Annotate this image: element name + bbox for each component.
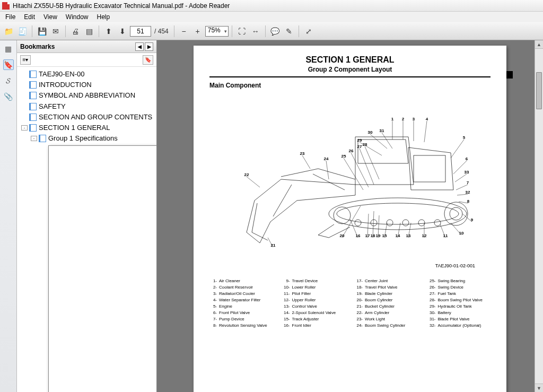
svg-point-10: [418, 220, 425, 226]
legend-text: Control Valve: [292, 303, 317, 310]
menu-view[interactable]: View: [39, 12, 62, 22]
page-heading: Main Component: [209, 82, 491, 89]
page-thumbnails-icon[interactable]: ▤: [83, 25, 95, 38]
pdf-icon: [2, 2, 10, 10]
fit-width-icon[interactable]: ↔: [249, 25, 262, 38]
svg-text:6: 6: [466, 156, 468, 161]
legend-row: 3-Radiator/Oil Cooler: [209, 291, 272, 297]
legend-num: 21-: [355, 303, 365, 310]
scroll-down-icon[interactable]: ▼: [535, 384, 543, 392]
menu-edit[interactable]: Edit: [20, 12, 39, 22]
highlight-icon[interactable]: ✎: [283, 25, 295, 38]
legend-row: 22-Arm Cylinder: [355, 310, 418, 316]
save-icon[interactable]: 💾: [36, 25, 48, 38]
bookmark-item[interactable]: TAEJ90-EN-00: [18, 69, 155, 80]
svg-text:20: 20: [340, 233, 345, 238]
diagram-id: TAEJ90-01-02-001: [435, 263, 475, 268]
bookmark-item[interactable]: Std. Specification: [18, 144, 155, 392]
bookmark-folder-icon: [29, 92, 37, 99]
legend-num: 26-: [428, 284, 438, 291]
bookmark-item[interactable]: INTRODUCTION: [18, 80, 155, 90]
thumbnails-panel-icon[interactable]: ▦: [3, 43, 14, 54]
bookmarks-collapse-icon[interactable]: ◀: [135, 42, 144, 51]
scroll-thumb[interactable]: [536, 72, 542, 109]
open-icon[interactable]: 📁: [2, 25, 15, 38]
bookmark-folder-icon: [29, 114, 37, 121]
svg-text:11: 11: [443, 233, 448, 238]
bookmarks-panel-icon[interactable]: 🔖: [3, 59, 14, 70]
mail-icon[interactable]: ✉: [49, 25, 62, 38]
svg-point-11: [434, 220, 441, 226]
legend-num: 24-: [355, 323, 365, 329]
toolbar: 📁 🧾 💾 ✉ 🖨 ▤ ⬆ ⬇ / 454 − + 75% ⛶ ↔ 💬 ✎ ⤢: [0, 22, 543, 40]
svg-text:19: 19: [376, 233, 381, 238]
svg-line-13: [273, 185, 292, 216]
legend-row: 30-Battery: [428, 310, 491, 316]
spacer: [21, 104, 28, 109]
svg-text:21: 21: [271, 243, 276, 248]
create-pdf-icon[interactable]: 🧾: [16, 25, 29, 38]
legend-num: 19-: [355, 291, 365, 297]
zoom-out-icon[interactable]: −: [178, 25, 190, 38]
bookmark-folder-icon: [29, 81, 37, 89]
legend-num: 20-: [355, 297, 365, 303]
print-icon[interactable]: 🖨: [69, 25, 82, 38]
bookmark-item[interactable]: -Group 1 Specifications: [18, 133, 155, 144]
signatures-panel-icon[interactable]: 𝓢: [3, 75, 14, 86]
legend-num: 10-: [283, 284, 292, 291]
menubar: FileEditViewWindowHelp: [0, 12, 543, 22]
svg-text:7: 7: [467, 180, 469, 185]
legend-num: 31-: [428, 316, 438, 323]
svg-line-60: [247, 177, 260, 187]
legend-text: Battery: [438, 310, 451, 316]
svg-line-20: [424, 121, 427, 142]
svg-text:25: 25: [341, 154, 346, 159]
bookmark-label: INTRODUCTION: [39, 80, 155, 90]
bookmark-item[interactable]: -SECTION 1 GENERAL: [18, 123, 155, 133]
bookmark-item[interactable]: SYMBOL AND ABBREVIATION: [18, 90, 155, 101]
legend-row: 9-Travel Device: [283, 278, 345, 284]
legend-row: 12-Upper Roller: [283, 297, 345, 303]
nav-iconstrip: ▦ 🔖 𝓢 📎: [0, 40, 17, 392]
vertical-scrollbar[interactable]: ▲ ▼: [535, 40, 543, 392]
legend-row: 10-Lower Roller: [283, 284, 345, 291]
scroll-up-icon[interactable]: ▲: [535, 40, 543, 49]
zoom-select[interactable]: 75%: [205, 26, 229, 37]
zoom-in-icon[interactable]: +: [191, 25, 204, 38]
prev-page-icon[interactable]: ⬆: [102, 25, 115, 38]
bookmarks-new-icon[interactable]: 🔖: [143, 55, 153, 65]
collapse-icon[interactable]: -: [21, 125, 28, 130]
collapse-icon[interactable]: -: [31, 136, 37, 141]
legend-text: Swing Device: [438, 284, 463, 291]
legend-text: Revolution Sensing Valve: [219, 323, 267, 329]
bookmark-item[interactable]: SAFETY: [18, 101, 155, 112]
attachments-panel-icon[interactable]: 📎: [3, 91, 14, 102]
bookmarks-expand-icon[interactable]: ▶: [145, 42, 153, 51]
legend-num: 25-: [428, 278, 438, 284]
bookmark-folder-icon: [29, 103, 37, 110]
svg-text:15: 15: [382, 233, 387, 238]
svg-line-78: [382, 133, 392, 149]
legend-row: 4-Water Separator Filter: [209, 297, 272, 303]
menu-help[interactable]: Help: [93, 12, 115, 22]
fit-page-icon[interactable]: ⛶: [235, 25, 248, 38]
bookmarks-options-icon[interactable]: ≡▾: [20, 55, 31, 65]
bookmark-folder-icon: [39, 135, 46, 142]
menu-window[interactable]: Window: [62, 12, 93, 22]
legend-column: 9-Travel Device10-Lower Roller11-Pilot F…: [283, 278, 345, 329]
svg-line-72: [365, 146, 379, 179]
svg-text:28: 28: [363, 142, 367, 147]
next-page-icon[interactable]: ⬇: [116, 25, 129, 38]
document-area[interactable]: SECTION 1 GENERAL Group 2 Component Layo…: [157, 40, 543, 392]
menu-file[interactable]: File: [1, 12, 20, 22]
read-mode-icon[interactable]: ⤢: [302, 25, 315, 38]
svg-text:18: 18: [371, 233, 375, 238]
page-input[interactable]: [130, 26, 151, 37]
legend-num: 13-: [283, 303, 292, 310]
spacer: [40, 146, 47, 152]
bookmark-item[interactable]: SECTION AND GROUP CONTENTS: [18, 112, 155, 123]
legend-num: 6-: [209, 310, 219, 316]
legend-num: 4-: [209, 297, 219, 303]
svg-text:33: 33: [465, 170, 469, 175]
comment-icon[interactable]: 💬: [269, 25, 282, 38]
